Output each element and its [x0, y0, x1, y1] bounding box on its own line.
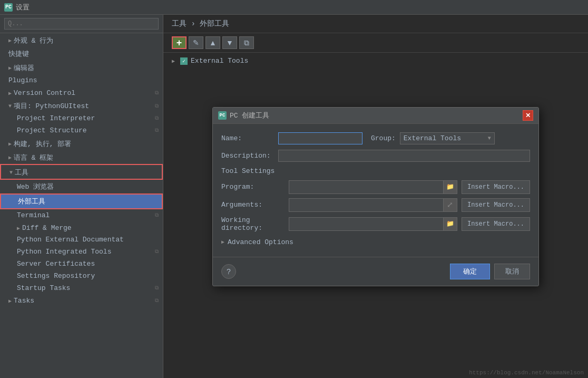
sidebar-item-python-integrated-tools[interactable]: Python Integrated Tools ⧉ — [0, 246, 163, 258]
sidebar-item-project[interactable]: ▼ 项目: PythonGUItest ⧉ — [0, 99, 163, 112]
arguments-row: Arguments: ⤢ Insert Macro... — [221, 198, 530, 212]
sidebar-item-tools[interactable]: ▼ 工具 — [0, 164, 163, 180]
window-title: 设置 — [16, 3, 30, 12]
modal-overlay: PC PC 创建工具 ✕ Name: Group: External Tools… — [163, 15, 588, 378]
arrow-right-icon: ▶ — [8, 154, 12, 161]
advanced-options-label: Advanced Options — [228, 238, 293, 246]
arguments-label: Arguments: — [221, 201, 285, 209]
sidebar-item-label: Terminal — [17, 211, 50, 219]
group-label: Group: — [371, 134, 396, 142]
modal-footer: ? 确定 取消 — [213, 257, 538, 286]
arrow-right-icon: ▶ — [8, 37, 12, 44]
content-area: 工具 › 外部工具 + ✎ ▲ ▼ ⧉ ▶ ✓ External Tools P… — [163, 15, 588, 378]
program-browse-button[interactable]: 📁 — [443, 181, 457, 193]
modal-body: Name: Group: External Tools ▼ Descriptio… — [213, 124, 538, 257]
create-tool-dialog: PC PC 创建工具 ✕ Name: Group: External Tools… — [212, 107, 539, 286]
program-input-area: 📁 — [289, 180, 457, 194]
sidebar-item-label: 外观 & 行为 — [14, 36, 53, 45]
program-label: Program: — [221, 183, 285, 191]
copy-icon: ⧉ — [155, 285, 159, 291]
sidebar-item-version-control[interactable]: ▶ Version Control ⧉ — [0, 86, 163, 99]
sidebar-item-label: Project Structure — [17, 127, 87, 134]
app-icon: PC — [4, 3, 13, 12]
dropdown-arrow-icon: ▼ — [488, 135, 491, 141]
sidebar: ▶ 外观 & 行为 快捷键 ▶ 编辑器 Plugins ▶ Version Co… — [0, 15, 163, 378]
group-value: External Tools — [404, 134, 461, 142]
sidebar-item-plugins[interactable]: Plugins — [0, 74, 163, 86]
modal-app-icon: PC — [218, 111, 227, 120]
sidebar-item-shortcuts[interactable]: 快捷键 — [0, 47, 163, 61]
arrow-right-icon: ▶ — [8, 90, 12, 96]
sidebar-item-label: 工具 — [15, 168, 28, 177]
search-box — [0, 15, 163, 33]
sidebar-item-project-interpreter[interactable]: Project Interpreter ⧉ — [0, 112, 163, 124]
sidebar-item-terminal[interactable]: Terminal ⧉ — [0, 209, 163, 221]
main-layout: ▶ 外观 & 行为 快捷键 ▶ 编辑器 Plugins ▶ Version Co… — [0, 15, 588, 378]
sidebar-item-server-certificates[interactable]: Server Certificates — [0, 258, 163, 270]
sidebar-item-label: Web 浏览器 — [17, 182, 54, 191]
arrow-right-icon: ▶ — [8, 141, 12, 147]
description-row: Description: — [221, 150, 530, 162]
sidebar-item-label: 语言 & 框架 — [14, 153, 53, 162]
sidebar-item-web-browser[interactable]: Web 浏览器 — [0, 180, 163, 193]
name-label: Name: — [221, 134, 274, 142]
sidebar-item-external-tools[interactable]: 外部工具 — [0, 193, 163, 209]
copy-icon: ⧉ — [155, 115, 159, 121]
arrow-down-icon: ▼ — [8, 103, 12, 109]
sidebar-item-project-structure[interactable]: Project Structure ⧉ — [0, 124, 163, 137]
copy-icon: ⧉ — [155, 90, 159, 96]
sidebar-item-appearance[interactable]: ▶ 外观 & 行为 — [0, 33, 163, 47]
copy-icon: ⧉ — [155, 298, 159, 304]
tool-settings-title: Tool Settings — [221, 167, 530, 175]
arguments-insert-macro-button[interactable]: Insert Macro... — [462, 198, 530, 212]
sidebar-item-startup-tasks[interactable]: Startup Tasks ⧉ — [0, 282, 163, 294]
sidebar-item-label: Python Integrated Tools — [17, 248, 111, 256]
program-row: Program: 📁 Insert Macro... — [221, 180, 530, 194]
sidebar-item-label: Python External Documentat — [17, 236, 124, 244]
working-directory-label: Working directory: — [221, 216, 285, 232]
cancel-button[interactable]: 取消 — [494, 264, 530, 279]
search-input[interactable] — [4, 18, 159, 30]
sidebar-item-label: Tasks — [14, 297, 34, 305]
modal-title: PC 创建工具 — [230, 111, 523, 120]
arrow-right-icon: ▶ — [8, 65, 12, 71]
description-input[interactable] — [278, 150, 530, 162]
copy-icon: ⧉ — [155, 212, 159, 218]
sidebar-item-language[interactable]: ▶ 语言 & 框架 — [0, 150, 163, 164]
sidebar-item-settings-repository[interactable]: Settings Repository — [0, 270, 163, 282]
sidebar-item-label: Version Control — [14, 89, 75, 97]
group-select[interactable]: External Tools ▼ — [400, 132, 495, 144]
copy-icon: ⧉ — [155, 249, 159, 255]
sidebar-item-label: 外部工具 — [18, 197, 45, 206]
footer-buttons: 确定 取消 — [450, 264, 530, 279]
advanced-options-arrow-icon: ▶ — [221, 239, 224, 245]
sidebar-item-label: Diff & Merge — [22, 224, 72, 232]
working-directory-row: Working directory: 📁 Insert Macro... — [221, 216, 530, 232]
help-button[interactable]: ? — [221, 264, 236, 279]
description-label: Description: — [221, 152, 274, 160]
ok-button[interactable]: 确定 — [450, 264, 490, 279]
working-directory-browse-button[interactable]: 📁 — [443, 218, 457, 230]
copy-icon: ⧉ — [155, 103, 159, 109]
sidebar-item-label: Plugins — [8, 76, 37, 84]
modal-titlebar: PC PC 创建工具 ✕ — [213, 108, 538, 124]
arrow-down-icon: ▼ — [9, 170, 13, 176]
sidebar-item-build-deploy[interactable]: ▶ 构建, 执行, 部署 — [0, 137, 163, 150]
sidebar-item-python-external-doc[interactable]: Python External Documentat — [0, 234, 163, 246]
sidebar-item-label: Project Interpreter — [17, 114, 95, 122]
sidebar-item-tasks[interactable]: ▶ Tasks ⧉ — [0, 294, 163, 306]
advanced-options-toggle[interactable]: ▶ Advanced Options — [221, 236, 530, 248]
sidebar-item-label: Startup Tasks — [17, 284, 70, 292]
sidebar-item-label: 快捷键 — [8, 49, 29, 59]
copy-icon: ⧉ — [155, 128, 159, 133]
arguments-expand-button[interactable]: ⤢ — [443, 199, 457, 211]
sidebar-item-editor[interactable]: ▶ 编辑器 — [0, 61, 163, 74]
working-directory-input-area: 📁 — [289, 217, 457, 231]
sidebar-item-label: Server Certificates — [17, 260, 95, 268]
sidebar-item-diff-merge[interactable]: ▶ Diff & Merge — [0, 221, 163, 234]
arguments-input-area: ⤢ — [289, 198, 457, 212]
modal-close-button[interactable]: ✕ — [523, 110, 533, 121]
name-input[interactable] — [278, 132, 362, 144]
working-directory-insert-macro-button[interactable]: Insert Macro... — [462, 217, 530, 231]
program-insert-macro-button[interactable]: Insert Macro... — [462, 180, 530, 194]
